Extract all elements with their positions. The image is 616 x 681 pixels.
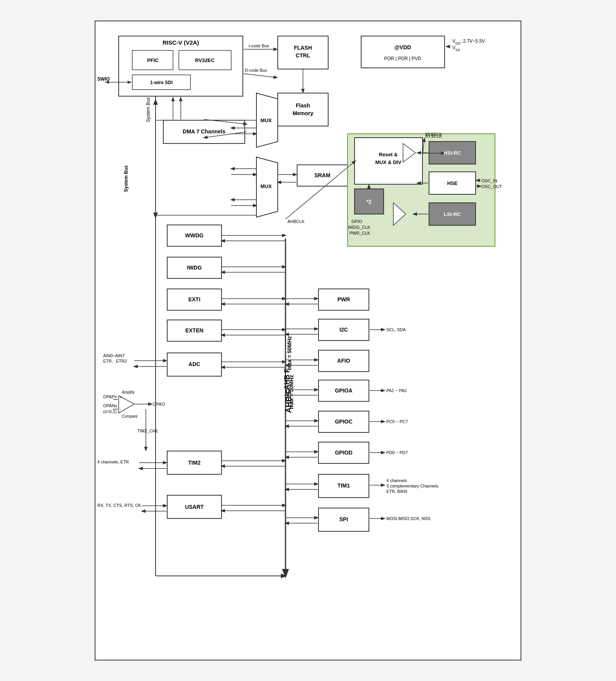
svg-line-47: [204, 119, 247, 124]
svg-text:1-wire SDI: 1-wire SDI: [150, 80, 173, 85]
svg-text:MUX: MUX: [261, 118, 272, 123]
svg-text:Reset &: Reset &: [379, 152, 398, 157]
svg-text:SYSCLK: SYSCLK: [425, 132, 442, 137]
svg-marker-12: [256, 157, 278, 217]
svg-text:-: -: [120, 407, 121, 411]
svg-rect-31: [318, 380, 369, 401]
svg-line-48: [204, 132, 247, 138]
svg-rect-1: [132, 50, 173, 70]
svg-text:PC0 ~ PC7: PC0 ~ PC7: [386, 419, 408, 424]
svg-text:Memory: Memory: [292, 110, 313, 116]
svg-rect-23: [167, 289, 221, 310]
svg-text:OSC_IN: OSC_IN: [481, 178, 497, 183]
svg-text:GPIOC: GPIOC: [335, 418, 352, 425]
svg-text:+: +: [120, 395, 122, 399]
svg-text:IWDG: IWDG: [187, 264, 202, 271]
svg-text:Flash: Flash: [296, 102, 310, 109]
svg-text:VSS: VSS: [452, 45, 460, 52]
svg-rect-35: [318, 508, 369, 531]
svg-rect-10: [163, 120, 245, 143]
svg-text:RV32EC: RV32EC: [195, 57, 215, 63]
svg-rect-16: [355, 189, 384, 214]
svg-text:GPIOA: GPIOA: [335, 387, 352, 394]
svg-rect-5: [278, 93, 328, 126]
svg-text:I2C: I2C: [339, 327, 348, 333]
svg-text:ADC: ADC: [189, 361, 200, 367]
svg-rect-25: [167, 353, 221, 376]
svg-text:HSE: HSE: [447, 180, 458, 186]
svg-text:AIN0~AIN7: AIN0~AIN7: [103, 353, 125, 358]
svg-text:(x=0,1): (x=0,1): [103, 409, 117, 414]
svg-rect-15: [355, 138, 422, 184]
svg-text:ETR, BIKN: ETR, BIKN: [386, 489, 407, 494]
svg-rect-34: [318, 474, 369, 498]
svg-text:3 complementary Channels: 3 complementary Channels: [386, 484, 438, 488]
svg-text:Compare: Compare: [122, 414, 138, 418]
svg-marker-43: [128, 81, 132, 84]
svg-text:HSI-RC: HSI-RC: [444, 150, 461, 156]
block-diagram: VDD: 2.7V~5.5V VSS: [95, 21, 521, 660]
svg-text:EXTI: EXTI: [188, 296, 200, 302]
svg-text:MUX: MUX: [261, 183, 272, 189]
svg-text:MUX & DIV: MUX & DIV: [375, 159, 401, 165]
svg-rect-29: [318, 319, 369, 340]
svg-text:VDD: 2.7V~5.5V: VDD: 2.7V~5.5V: [452, 38, 485, 45]
svg-text:OPAO: OPAO: [153, 402, 165, 406]
svg-rect-13: [297, 165, 348, 186]
svg-text:System Bus: System Bus: [145, 97, 151, 122]
svg-text:TIM1: TIM1: [337, 482, 350, 489]
svg-text:GPIO: GPIO: [351, 219, 362, 224]
svg-text:PA1 ~ PA2: PA1 ~ PA2: [386, 388, 407, 393]
svg-rect-2: [179, 50, 231, 70]
svg-rect-14: [348, 134, 495, 246]
svg-marker-70: [403, 143, 415, 162]
svg-text:LSI-RC: LSI-RC: [444, 211, 461, 217]
svg-marker-120: [119, 396, 134, 413]
svg-text:PWR_CLK: PWR_CLK: [350, 231, 370, 235]
svg-text:WWDG: WWDG: [185, 232, 204, 239]
svg-text:Amplify: Amplify: [122, 390, 135, 394]
svg-text:I-code Bus: I-code Bus: [249, 43, 269, 48]
svg-rect-3: [132, 75, 190, 90]
svg-text:GPIOD: GPIOD: [335, 449, 352, 456]
svg-marker-11: [256, 93, 278, 147]
svg-rect-21: [167, 225, 221, 246]
svg-rect-4: [278, 36, 328, 69]
svg-text:AHB F: AHB F: [283, 368, 291, 390]
svg-rect-33: [318, 442, 369, 463]
svg-marker-42: [105, 81, 109, 84]
svg-text:OSC_OUT: OSC_OUT: [481, 184, 502, 189]
svg-text:RX, TX, CTS, RTS, CK: RX, TX, CTS, RTS, CK: [97, 503, 141, 508]
svg-text:RISC-V (V2A): RISC-V (V2A): [163, 39, 199, 46]
svg-rect-19: [429, 203, 476, 225]
svg-text:*2: *2: [366, 199, 371, 205]
svg-text:POR | PDR | PVD: POR | PDR | PVD: [384, 56, 421, 61]
svg-rect-32: [318, 411, 369, 432]
svg-rect-22: [167, 257, 221, 278]
svg-marker-71: [393, 203, 406, 225]
svg-text:AHBCLK: AHBCLK: [287, 219, 305, 224]
svg-text:SCL, SDA: SCL, SDA: [386, 327, 406, 332]
svg-rect-27: [167, 495, 221, 519]
svg-marker-183: [153, 99, 158, 105]
svg-text:max = 50MHz: max = 50MHz: [288, 375, 294, 409]
svg-text:D-code Bus: D-code Bus: [245, 68, 267, 73]
svg-line-164: [422, 138, 424, 156]
svg-rect-18: [429, 172, 476, 194]
svg-rect-17: [429, 142, 476, 164]
svg-text:IWDG_CLK: IWDG_CLK: [348, 225, 370, 230]
svg-text:CTRL: CTRL: [296, 52, 310, 59]
svg-text:MOSI,MISO,SCK, NSS: MOSI,MISO,SCK, NSS: [386, 516, 431, 521]
svg-line-54: [286, 161, 355, 219]
svg-text:OPANx: OPANx: [103, 403, 117, 408]
svg-line-38: [244, 74, 277, 78]
svg-text:PD0 ~ PD7: PD0 ~ PD7: [386, 450, 408, 455]
svg-text:4 channels, ETR: 4 channels, ETR: [97, 460, 129, 464]
svg-text:SWIO: SWIO: [97, 76, 110, 82]
svg-text:FLASH: FLASH: [294, 45, 312, 51]
svg-text:SPI: SPI: [339, 516, 348, 522]
svg-text:AFIO: AFIO: [337, 358, 350, 364]
svg-text:USART: USART: [185, 504, 204, 510]
connections-svg: VDD: 2.7V~5.5V VSS: [95, 21, 521, 660]
svg-text:PFIC: PFIC: [147, 57, 159, 63]
